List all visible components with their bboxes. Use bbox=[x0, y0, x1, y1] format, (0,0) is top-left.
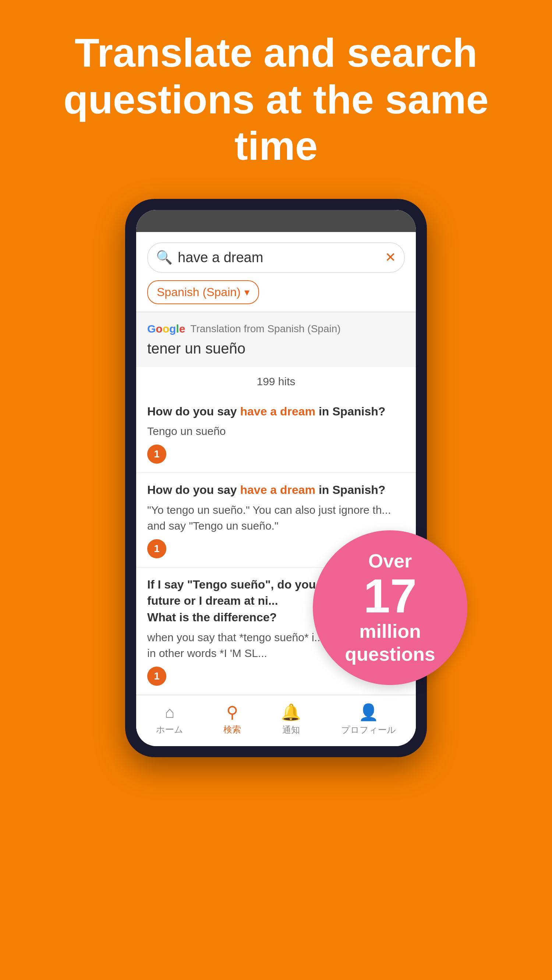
question-suffix-1: in Spanish? bbox=[316, 405, 385, 418]
question-highlight-2: have a dream bbox=[240, 483, 316, 496]
phone-wrapper: 🔍 have a dream ✕ Spanish (Spain) ▾ bbox=[0, 199, 552, 757]
translation-label: Translation from Spanish (Spain) bbox=[190, 323, 340, 335]
question-prefix-2: How do you say bbox=[147, 483, 240, 496]
nav-item-home[interactable]: ⌂ ホーム bbox=[156, 703, 183, 735]
bell-icon: 🔔 bbox=[281, 703, 301, 722]
nav-label-search: 検索 bbox=[224, 724, 241, 735]
question-text-1: How do you say have a dream in Spanish? bbox=[147, 403, 405, 420]
google-logo: Google bbox=[147, 323, 185, 335]
search-nav-icon: ⚲ bbox=[226, 703, 238, 721]
hits-count: 199 hits bbox=[136, 367, 416, 395]
nav-item-search[interactable]: ⚲ 検索 bbox=[224, 703, 241, 735]
hero-title: Translate and search questions at the sa… bbox=[22, 29, 530, 169]
question-text-2: How do you say have a dream in Spanish? bbox=[147, 482, 405, 498]
badge-million: million bbox=[359, 620, 421, 643]
google-brand: Google Translation from Spanish (Spain) bbox=[147, 323, 405, 335]
clear-icon[interactable]: ✕ bbox=[385, 250, 396, 265]
language-selector: Spanish (Spain) ▾ bbox=[147, 280, 405, 304]
answer-votes-2: 1 bbox=[147, 539, 167, 558]
language-button[interactable]: Spanish (Spain) ▾ bbox=[147, 280, 259, 304]
nav-item-profile[interactable]: 👤 プロフィール bbox=[341, 703, 396, 736]
language-label: Spanish (Spain) bbox=[157, 285, 241, 299]
nav-item-notification[interactable]: 🔔 通知 bbox=[281, 703, 301, 736]
search-input[interactable]: have a dream bbox=[178, 250, 385, 266]
question-item-1[interactable]: How do you say have a dream in Spanish? … bbox=[136, 395, 416, 473]
question-prefix-1: How do you say bbox=[147, 405, 240, 418]
status-bar bbox=[136, 210, 416, 232]
question-suffix-2: in Spanish? bbox=[316, 483, 385, 496]
translated-text: tener un sueño bbox=[147, 340, 405, 357]
badge-over: Over bbox=[368, 550, 412, 572]
search-icon: 🔍 bbox=[156, 250, 173, 265]
answer-text-1: Tengo un sueño bbox=[147, 423, 405, 439]
search-bar-container: 🔍 have a dream ✕ bbox=[136, 232, 416, 280]
badge-circle: Over 17 million questions bbox=[313, 530, 467, 685]
hero-section: Translate and search questions at the sa… bbox=[0, 0, 552, 191]
search-bar[interactable]: 🔍 have a dream ✕ bbox=[147, 242, 405, 273]
chevron-down-icon: ▾ bbox=[244, 286, 249, 298]
nav-label-notification: 通知 bbox=[282, 724, 300, 736]
answer-text-2: "Yo tengo un sueño." You can also just i… bbox=[147, 502, 405, 534]
badge-number: 17 bbox=[363, 572, 417, 620]
answer-votes-3: 1 bbox=[147, 667, 167, 686]
translation-section: Google Translation from Spanish (Spain) … bbox=[136, 312, 416, 367]
profile-icon: 👤 bbox=[358, 703, 379, 722]
answer-votes-1: 1 bbox=[147, 444, 167, 464]
nav-label-home: ホーム bbox=[156, 724, 183, 735]
question-highlight-1: have a dream bbox=[240, 405, 316, 418]
home-icon: ⌂ bbox=[165, 703, 175, 721]
nav-label-profile: プロフィール bbox=[341, 724, 396, 736]
badge-questions: questions bbox=[345, 643, 435, 665]
bottom-nav: ⌂ ホーム ⚲ 検索 🔔 通知 👤 プロフィール bbox=[136, 695, 416, 746]
